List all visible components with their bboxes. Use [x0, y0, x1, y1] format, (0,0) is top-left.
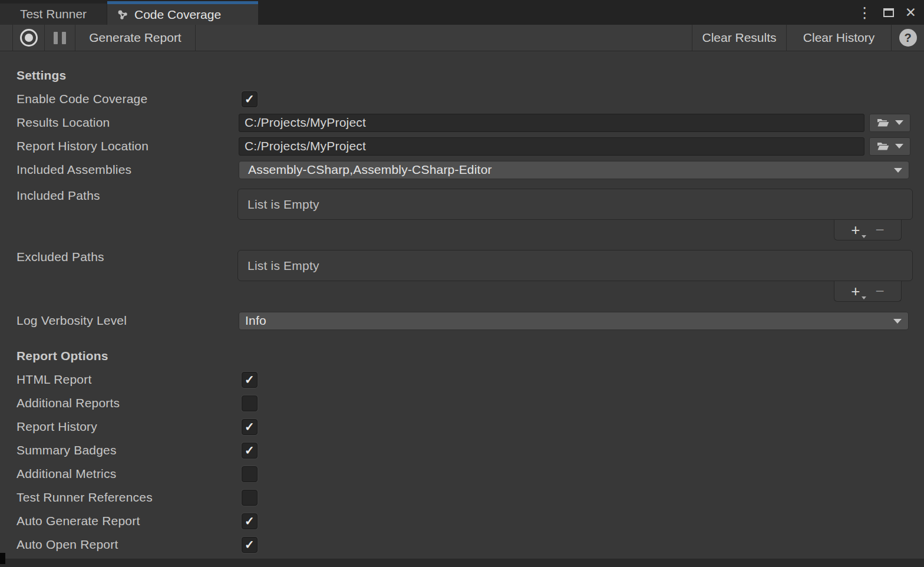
clear-history-button[interactable]: Clear History: [786, 25, 891, 51]
excluded-paths-label: Excluded Paths: [16, 250, 239, 264]
report-history-location-browse-button[interactable]: [869, 137, 910, 156]
record-icon: [20, 29, 38, 47]
help-icon: ?: [899, 29, 917, 47]
additional-metrics-checkbox[interactable]: [242, 466, 258, 482]
window-bottom-edge: [0, 559, 924, 567]
report-history-location-input[interactable]: [239, 137, 864, 156]
report-history-checkbox[interactable]: ✓: [242, 419, 258, 435]
toolbar-spacer: [196, 25, 692, 51]
settings-panel: Settings Enable Code Coverage ✓ Results …: [0, 51, 924, 559]
auto-open-report-checkbox[interactable]: ✓: [242, 537, 258, 553]
results-location-input[interactable]: [239, 114, 864, 132]
window-menu-icon[interactable]: ⋮: [857, 5, 872, 20]
settings-header: Settings: [16, 68, 66, 83]
additional-reports-label: Additional Reports: [16, 396, 239, 410]
results-location-label: Results Location: [16, 116, 239, 130]
add-dropdown-caret-icon: [862, 296, 866, 299]
close-icon[interactable]: ✕: [905, 6, 916, 19]
pause-icon: [54, 32, 58, 44]
code-coverage-window: Test Runner Code Coverage ⋮ ✕: [0, 0, 924, 567]
folder-open-icon: [877, 141, 890, 151]
included-paths-list[interactable]: List is Empty: [237, 189, 913, 220]
add-dropdown-caret-icon: [862, 235, 866, 238]
folder-open-icon: [877, 118, 890, 128]
log-verbosity-value: Info: [245, 314, 266, 328]
window-controls: ⋮ ✕: [857, 0, 916, 25]
html-report-label: HTML Report: [16, 372, 239, 387]
check-icon: ✓: [245, 539, 255, 550]
chevron-down-icon: [895, 144, 903, 149]
html-report-checkbox[interactable]: ✓: [242, 372, 258, 388]
add-path-button[interactable]: +: [851, 285, 866, 298]
excluded-paths-empty-text: List is Empty: [248, 259, 319, 273]
toolbar-lead-segment: [0, 25, 13, 51]
maximize-icon[interactable]: [883, 8, 894, 17]
check-icon: ✓: [245, 93, 255, 105]
test-runner-references-label: Test Runner References: [16, 490, 239, 505]
included-paths-list-footer: + −: [834, 220, 902, 240]
summary-badges-label: Summary Badges: [16, 443, 239, 457]
log-verbosity-label: Log Verbosity Level: [16, 314, 239, 328]
plus-icon: +: [851, 285, 860, 298]
included-assemblies-value: Assembly-CSharp,Assembly-CSharp-Editor: [248, 163, 492, 177]
tab-code-coverage[interactable]: Code Coverage: [107, 1, 258, 25]
included-paths-empty-text: List is Empty: [248, 197, 319, 212]
remove-path-button[interactable]: −: [876, 285, 885, 298]
clear-results-button[interactable]: Clear Results: [692, 25, 786, 51]
auto-open-report-label: Auto Open Report: [16, 538, 239, 552]
tab-test-runner-label: Test Runner: [20, 7, 87, 21]
plus-icon: +: [851, 224, 860, 236]
summary-badges-checkbox[interactable]: ✓: [242, 443, 258, 459]
remove-path-button[interactable]: −: [876, 224, 885, 236]
excluded-paths-list[interactable]: List is Empty: [237, 250, 913, 281]
window-corner-notch: [0, 553, 5, 564]
generate-report-label: Generate Report: [89, 31, 181, 45]
excluded-paths-list-footer: + −: [834, 281, 902, 302]
test-runner-references-checkbox[interactable]: [242, 490, 258, 506]
tab-test-runner[interactable]: Test Runner: [0, 4, 107, 25]
additional-reports-checkbox[interactable]: [242, 395, 258, 411]
auto-generate-report-label: Auto Generate Report: [16, 514, 239, 528]
tab-bar: Test Runner Code Coverage ⋮ ✕: [0, 0, 924, 25]
report-options-header: Report Options: [16, 349, 108, 363]
report-history-label: Report History: [16, 420, 239, 434]
chevron-down-icon: [893, 319, 902, 324]
check-icon: ✓: [245, 444, 255, 456]
check-icon: ✓: [245, 374, 255, 385]
code-coverage-icon: [117, 9, 129, 21]
report-history-location-label: Report History Location: [16, 139, 239, 153]
help-button[interactable]: ?: [891, 25, 924, 51]
chevron-down-icon: [894, 168, 902, 173]
log-verbosity-dropdown[interactable]: Info: [239, 312, 909, 330]
included-assemblies-label: Included Assemblies: [16, 163, 239, 177]
additional-metrics-label: Additional Metrics: [16, 467, 239, 481]
enable-code-coverage-checkbox[interactable]: ✓: [242, 91, 258, 107]
auto-generate-report-checkbox[interactable]: ✓: [242, 513, 258, 529]
included-assemblies-dropdown[interactable]: Assembly-CSharp,Assembly-CSharp-Editor: [239, 161, 909, 179]
included-paths-label: Included Paths: [16, 189, 239, 203]
tab-code-coverage-label: Code Coverage: [134, 8, 221, 22]
chevron-down-icon: [895, 120, 903, 125]
add-path-button[interactable]: +: [851, 224, 866, 236]
clear-history-label: Clear History: [803, 31, 874, 45]
toolbar: Generate Report Clear Results Clear Hist…: [0, 25, 924, 51]
enable-code-coverage-label: Enable Code Coverage: [16, 92, 239, 106]
check-icon: ✓: [245, 515, 255, 527]
check-icon: ✓: [245, 421, 255, 433]
results-location-browse-button[interactable]: [869, 114, 910, 132]
generate-report-button[interactable]: Generate Report: [75, 25, 196, 51]
clear-results-label: Clear Results: [702, 31, 776, 45]
pause-button[interactable]: [45, 25, 75, 51]
record-button[interactable]: [13, 25, 45, 51]
